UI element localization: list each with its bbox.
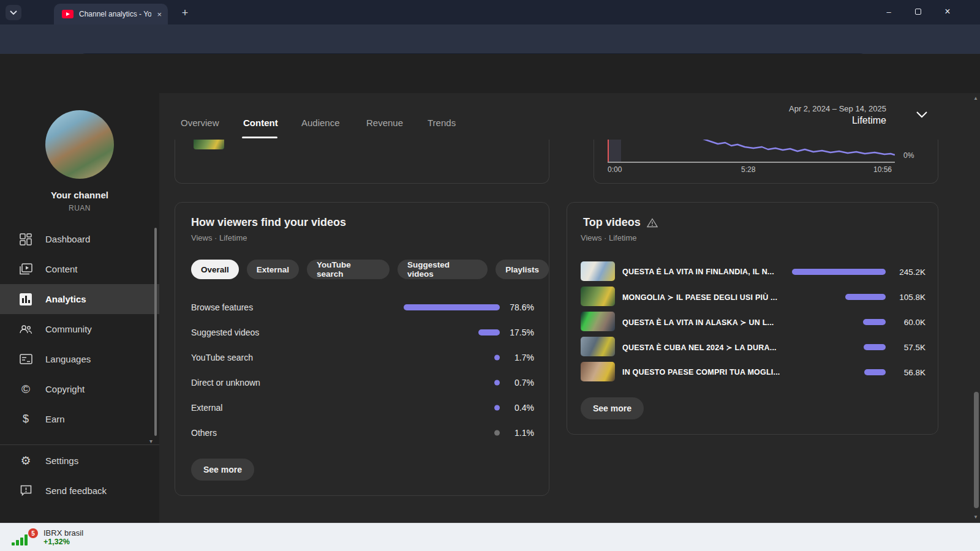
video-thumbnail[interactable] (581, 312, 615, 331)
x-tick: 0:00 (608, 165, 622, 174)
retention-x-axis (608, 162, 895, 163)
sidebar-item-dashboard[interactable]: Dashboard (0, 224, 159, 254)
sidebar: Your channel RUAN Dashboard Content Anal… (0, 93, 159, 523)
x-tick: 5:28 (741, 165, 755, 174)
sidebar-item-settings[interactable]: ⚙ Settings (0, 446, 159, 476)
chip-external[interactable]: External (247, 260, 299, 279)
screen: Channel analytics - YouTube Stu × + – × … (0, 0, 980, 551)
stock-chart-icon (11, 529, 29, 547)
cutoff-card-left (175, 140, 549, 184)
traffic-row[interactable]: Suggested videos 17.5% (175, 320, 550, 345)
browser-tab[interactable]: Channel analytics - YouTube Stu × (54, 4, 168, 24)
period-chevron-down-icon[interactable] (915, 110, 929, 121)
notification-badge: 5 (28, 528, 38, 538)
content-icon (18, 262, 33, 277)
earn-dollar-icon: $ (18, 412, 33, 427)
window-maximize-button[interactable] (904, 0, 932, 23)
top-videos-card: Top videos Views · Lifetime QUESTA È LA … (567, 202, 938, 435)
tab-audience[interactable]: Audience (301, 118, 340, 128)
card-subtitle: Views · Lifetime (581, 233, 637, 242)
sidebar-item-content[interactable]: Content (0, 254, 159, 284)
card-title: How viewers find your videos (191, 216, 346, 229)
scrollbar-thumb[interactable] (974, 392, 979, 508)
sidebar-item-languages[interactable]: Languages (0, 344, 159, 374)
video-row[interactable]: IN QUESTO PAESE COMPRI TUA MOGLI... 56.8… (567, 359, 939, 384)
card-title: Top videos (583, 216, 641, 229)
tab-revenue[interactable]: Revenue (366, 118, 403, 128)
sidebar-item-analytics[interactable]: Analytics (0, 284, 159, 314)
tab-close-icon[interactable]: × (157, 10, 162, 19)
channel-name: Your channel (0, 190, 159, 200)
tab-title: Channel analytics - YouTube Stu (79, 10, 151, 18)
traffic-sources-card: How viewers find your videos Views · Lif… (175, 202, 549, 496)
video-thumbnail[interactable] (581, 337, 615, 356)
card-subtitle: Views · Lifetime (191, 233, 247, 242)
traffic-row[interactable]: YouTube search 1.7% (175, 345, 550, 370)
page-scrollbar[interactable]: ▲ ▼ (973, 93, 980, 523)
new-tab-button[interactable]: + (178, 6, 192, 20)
dashboard-icon (18, 232, 33, 247)
video-mini-thumbnail[interactable] (194, 140, 224, 149)
sidebar-item-send-feedback[interactable]: Send feedback (0, 476, 159, 506)
y-tick: 0% (903, 151, 914, 160)
analytics-icon (18, 292, 33, 307)
window-close-button[interactable]: × (933, 0, 962, 23)
windows-taskbar: 5 IBRX brasil +1,32% (0, 523, 980, 551)
copyright-icon: © (18, 382, 33, 397)
channel-handle: RUAN (0, 204, 159, 212)
channel-avatar[interactable] (45, 110, 114, 179)
tab-overview[interactable]: Overview (181, 118, 219, 128)
chip-youtube-search[interactable]: YouTube search (307, 260, 390, 279)
video-thumbnail[interactable] (581, 261, 615, 281)
chip-playlists[interactable]: Playlists (496, 260, 549, 279)
sidebar-item-earn[interactable]: $ Earn (0, 404, 159, 434)
chip-overall[interactable]: Overall (191, 260, 239, 279)
video-row[interactable]: MONGOLIA ≻ IL PAESE DEGLI USI PIÙ ... 10… (567, 284, 939, 309)
video-row[interactable]: QUESTA È LA VITA IN FINLANDIA, IL N... 2… (567, 259, 939, 284)
youtube-favicon-icon (62, 10, 74, 18)
scroll-up-icon[interactable]: ▲ (973, 96, 978, 101)
sidebar-divider (0, 444, 159, 445)
stock-change: +1,32% (43, 538, 83, 546)
gear-icon: ⚙ (18, 454, 33, 468)
stock-name: IBRX brasil (43, 528, 83, 538)
see-more-button[interactable]: See more (581, 397, 644, 419)
sidebar-item-copyright[interactable]: © Copyright (0, 374, 159, 404)
traffic-row[interactable]: Browse features 78.6% (175, 294, 550, 320)
video-row[interactable]: QUESTA È LA VITA IN ALASKA ≻ UN L... 60.… (567, 309, 939, 334)
tab-search-button[interactable] (6, 5, 21, 20)
tab-trends[interactable]: Trends (428, 118, 456, 128)
languages-icon (18, 352, 33, 367)
browser-tabstrip: Channel analytics - YouTube Stu × + – × (0, 0, 980, 24)
browser-toolbar: ← → G ☆ ⋮ (0, 24, 980, 54)
send-feedback-icon (18, 484, 33, 498)
sidebar-scroll-down-icon[interactable]: ▾ (149, 438, 153, 444)
window-minimize-button[interactable]: – (875, 0, 903, 23)
see-more-button[interactable]: See more (191, 459, 254, 481)
traffic-row[interactable]: Others 1.1% (175, 420, 550, 445)
date-range: Apr 2, 2024 – Sep 14, 2025 (789, 104, 886, 113)
chip-suggested-videos[interactable]: Suggested videos (398, 260, 488, 279)
studio-header: Studio 5,504 5 423 IQ ? (0, 54, 980, 93)
retention-line-chart (608, 140, 895, 162)
period-label: Lifetime (852, 115, 886, 126)
traffic-filter-chips: Overall External YouTube search Suggeste… (191, 260, 549, 279)
analytics-main: Overview Content Audience Revenue Trends… (159, 93, 980, 523)
x-tick: 10:56 (873, 165, 892, 174)
retention-chart-card: 0:00 5:28 10:56 0% (594, 140, 938, 184)
video-row[interactable]: QUESTA È CUBA NEL 2024 ≻ LA DURA... 57.5… (567, 334, 939, 359)
traffic-row[interactable]: External 0.4% (175, 395, 550, 420)
stocks-widget[interactable]: 5 IBRX brasil +1,32% (10, 527, 83, 547)
community-icon (18, 322, 33, 337)
tab-content[interactable]: Content (243, 118, 278, 128)
sidebar-scrollbar[interactable] (154, 228, 157, 436)
video-thumbnail[interactable] (581, 362, 615, 381)
sidebar-item-community[interactable]: Community (0, 314, 159, 344)
scroll-down-icon[interactable]: ▼ (973, 514, 978, 520)
video-thumbnail[interactable] (581, 287, 615, 306)
active-tab-underline (242, 137, 277, 138)
warning-icon[interactable] (647, 218, 658, 228)
traffic-row[interactable]: Direct or unknown 0.7% (175, 370, 550, 395)
